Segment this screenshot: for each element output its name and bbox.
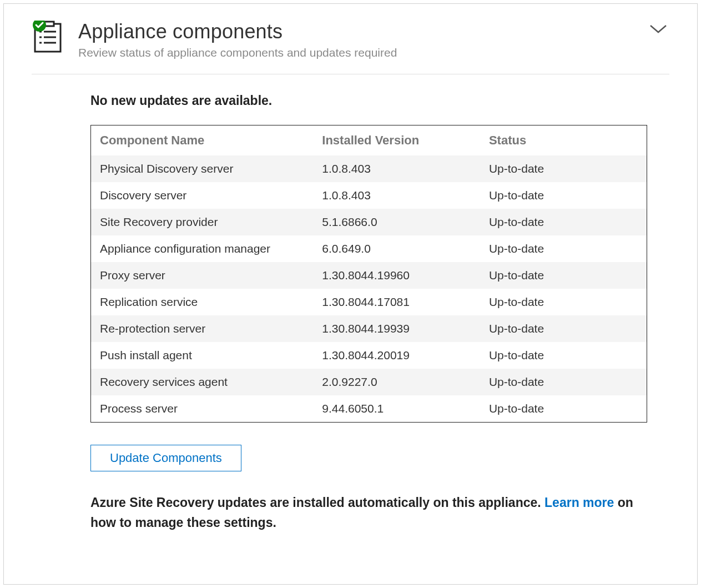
cell-name: Re-protection server	[91, 315, 314, 342]
cell-version: 2.0.9227.0	[313, 369, 480, 395]
cell-name: Replication service	[91, 289, 314, 315]
table-header-row: Component Name Installed Version Status	[91, 125, 647, 155]
cell-version: 1.0.8.403	[313, 155, 480, 182]
table-row: Physical Discovery server1.0.8.403Up-to-…	[91, 155, 647, 182]
cell-name: Recovery services agent	[91, 369, 314, 395]
cell-name: Process server	[91, 395, 314, 423]
cell-status: Up-to-date	[480, 155, 647, 182]
table-row: Appliance configuration manager6.0.649.0…	[91, 235, 647, 262]
appliance-components-panel: Appliance components Review status of ap…	[3, 3, 698, 585]
col-header-version: Installed Version	[313, 125, 480, 155]
table-row: Re-protection server1.30.8044.19939Up-to…	[91, 315, 647, 342]
cell-status: Up-to-date	[480, 262, 647, 289]
cell-status: Up-to-date	[480, 209, 647, 235]
panel-content: No new updates are available. Component …	[32, 93, 669, 534]
table-row: Recovery services agent2.0.9227.0Up-to-d…	[91, 369, 647, 395]
cell-version: 6.0.649.0	[313, 235, 480, 262]
cell-version: 1.30.8044.19939	[313, 315, 480, 342]
checklist-success-icon	[32, 21, 64, 53]
update-components-button[interactable]: Update Components	[90, 445, 241, 471]
learn-more-link[interactable]: Learn more	[544, 495, 614, 510]
cell-name: Site Recovery provider	[91, 209, 314, 235]
table-row: Proxy server1.30.8044.19960Up-to-date	[91, 262, 647, 289]
footer-text-before: Azure Site Recovery updates are installe…	[90, 495, 544, 510]
cell-name: Appliance configuration manager	[91, 235, 314, 262]
chevron-down-icon[interactable]	[647, 21, 669, 37]
header-divider	[32, 74, 669, 74]
table-row: Discovery server1.0.8.403Up-to-date	[91, 182, 647, 209]
cell-version: 1.30.8044.19960	[313, 262, 480, 289]
page-title: Appliance components	[78, 21, 633, 43]
update-status-heading: No new updates are available.	[90, 93, 647, 108]
table-row: Push install agent1.30.8044.20019Up-to-d…	[91, 342, 647, 369]
cell-status: Up-to-date	[480, 289, 647, 315]
cell-version: 1.30.8044.20019	[313, 342, 480, 369]
footer-note: Azure Site Recovery updates are installe…	[90, 492, 647, 534]
table-row: Process server9.44.6050.1Up-to-date	[91, 395, 647, 423]
cell-version: 1.0.8.403	[313, 182, 480, 209]
cell-status: Up-to-date	[480, 369, 647, 395]
cell-version: 9.44.6050.1	[313, 395, 480, 423]
cell-status: Up-to-date	[480, 182, 647, 209]
cell-status: Up-to-date	[480, 315, 647, 342]
cell-name: Proxy server	[91, 262, 314, 289]
cell-name: Discovery server	[91, 182, 314, 209]
panel-header: Appliance components Review status of ap…	[32, 21, 669, 59]
components-table: Component Name Installed Version Status …	[90, 125, 647, 423]
table-row: Replication service1.30.8044.17081Up-to-…	[91, 289, 647, 315]
table-row: Site Recovery provider5.1.6866.0Up-to-da…	[91, 209, 647, 235]
cell-version: 1.30.8044.17081	[313, 289, 480, 315]
col-header-status: Status	[480, 125, 647, 155]
cell-status: Up-to-date	[480, 342, 647, 369]
cell-status: Up-to-date	[480, 235, 647, 262]
col-header-name: Component Name	[91, 125, 314, 155]
cell-name: Push install agent	[91, 342, 314, 369]
cell-name: Physical Discovery server	[91, 155, 314, 182]
cell-version: 5.1.6866.0	[313, 209, 480, 235]
page-subtitle: Review status of appliance components an…	[78, 46, 633, 59]
cell-status: Up-to-date	[480, 395, 647, 423]
